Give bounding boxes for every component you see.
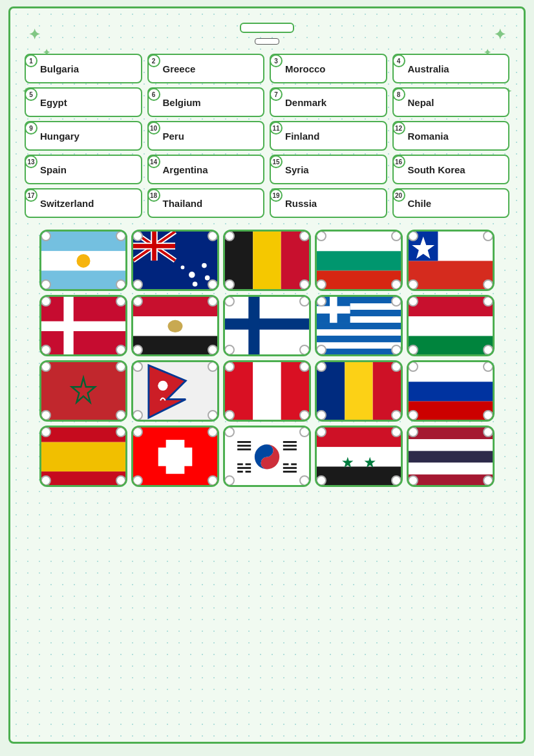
flag-corner <box>208 410 218 420</box>
flag-corner <box>483 362 493 372</box>
flag-corner <box>116 296 126 307</box>
country-number: 1 <box>25 54 37 67</box>
flag-corner <box>133 279 143 290</box>
country-name: Argentina <box>162 164 208 175</box>
flag-corner <box>41 231 51 241</box>
svg-rect-48 <box>317 336 401 342</box>
flag-corner <box>483 475 493 486</box>
flag-corner <box>208 475 218 486</box>
flag-corner <box>41 296 51 307</box>
svg-rect-87 <box>246 463 251 465</box>
flag-corner <box>408 279 418 290</box>
flag-corner <box>224 410 235 420</box>
svg-rect-85 <box>283 448 297 450</box>
svg-rect-57 <box>41 362 125 421</box>
flag-corner <box>391 345 401 355</box>
flag-corner <box>299 410 310 420</box>
flags-section <box>25 230 509 487</box>
country-name: Spain <box>39 164 67 175</box>
country-name: Greece <box>162 63 196 74</box>
svg-rect-74 <box>41 471 125 486</box>
instruction-container <box>25 38 509 45</box>
svg-rect-81 <box>237 445 251 447</box>
country-number: 12 <box>392 122 405 135</box>
flag-corner <box>133 475 143 486</box>
flag-corner <box>224 296 235 307</box>
svg-rect-23 <box>317 232 401 251</box>
svg-rect-0 <box>41 232 125 251</box>
flag-corner <box>391 410 401 420</box>
svg-rect-33 <box>133 297 217 316</box>
flag-corner <box>483 410 493 420</box>
flag-corner <box>116 279 126 290</box>
country-number: 14 <box>147 155 160 168</box>
country-name: Hungary <box>39 131 80 142</box>
svg-rect-96 <box>317 447 401 466</box>
country-number: 19 <box>270 189 283 202</box>
country-item: 18 Thailand <box>147 188 265 218</box>
instruction-box <box>255 38 279 45</box>
svg-rect-70 <box>409 382 493 401</box>
country-number: 10 <box>147 122 160 135</box>
flag-morocco <box>39 360 127 422</box>
country-name: Australia <box>407 63 449 74</box>
flags-row <box>25 426 509 487</box>
svg-rect-64 <box>253 362 281 421</box>
svg-rect-35 <box>133 336 217 355</box>
svg-rect-103 <box>409 462 493 474</box>
country-item: 7 Denmark <box>270 87 387 117</box>
country-item: 4 Australia <box>392 54 510 83</box>
country-number: 16 <box>392 155 405 168</box>
country-item: 2 Greece <box>147 54 265 83</box>
flag-corner <box>41 362 51 372</box>
svg-rect-92 <box>291 463 297 465</box>
svg-rect-104 <box>409 475 493 486</box>
flag-corner <box>391 231 401 241</box>
svg-rect-49 <box>317 342 401 349</box>
flag-corner <box>408 427 418 437</box>
flag-corner <box>41 427 51 437</box>
flag-corner <box>299 231 310 241</box>
svg-rect-102 <box>409 451 493 462</box>
country-item: 13 Spain <box>25 155 142 184</box>
flag-corner <box>483 279 493 290</box>
flag-hungary <box>407 295 495 356</box>
svg-point-16 <box>202 263 207 268</box>
svg-rect-69 <box>409 362 493 382</box>
country-item: 3 Morocco <box>270 54 387 83</box>
flag-corner <box>116 362 126 372</box>
svg-rect-67 <box>345 362 372 421</box>
svg-rect-47 <box>317 329 401 336</box>
flag-corner <box>133 362 143 372</box>
flag-corner <box>224 231 235 241</box>
flag-corner <box>391 279 401 290</box>
flag-switzerland <box>131 426 219 487</box>
flag-corner <box>408 410 418 420</box>
country-item: 8 Nepal <box>392 87 510 117</box>
svg-rect-55 <box>409 316 493 336</box>
flag-corner <box>116 475 126 486</box>
svg-rect-21 <box>253 232 281 290</box>
flag-corner <box>316 279 326 290</box>
flag-corner <box>316 362 326 372</box>
flag-corner <box>299 362 310 372</box>
svg-point-19 <box>181 266 185 270</box>
svg-rect-72 <box>41 427 125 442</box>
title-box <box>240 23 294 33</box>
country-number: 5 <box>25 88 37 101</box>
country-number: 3 <box>270 54 283 67</box>
flag-corner <box>41 279 51 290</box>
countries-grid: 1 Bulgaria 2 Greece 3 Morocco 4 Australi… <box>25 54 509 218</box>
svg-rect-2 <box>41 270 125 290</box>
flag-corner <box>116 410 126 420</box>
svg-rect-77 <box>158 448 193 466</box>
flags-row <box>25 295 509 356</box>
flag-corner <box>41 345 51 355</box>
flag-corner <box>133 345 143 355</box>
svg-rect-54 <box>409 297 493 316</box>
flag-corner <box>408 231 418 241</box>
flag-corner <box>116 345 126 355</box>
flag-corner <box>41 410 51 420</box>
flag-corner <box>208 296 218 307</box>
svg-rect-89 <box>237 471 243 473</box>
